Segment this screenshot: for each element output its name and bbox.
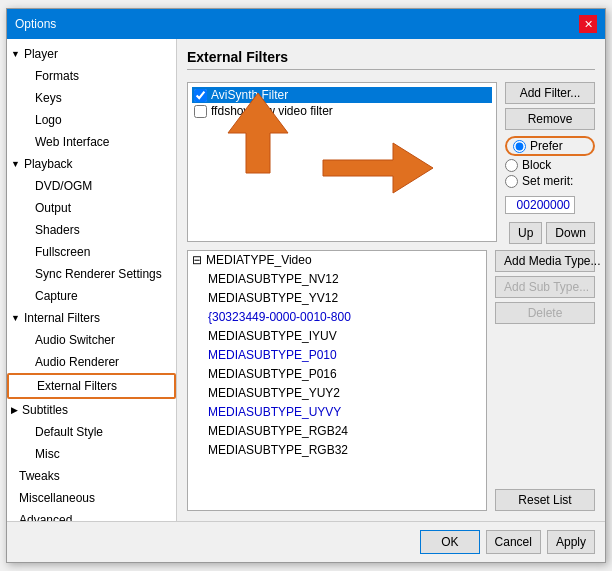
sidebar-item-label: Capture (35, 289, 78, 303)
sidebar-item-output[interactable]: Output (7, 197, 176, 219)
block-radio[interactable] (505, 159, 518, 172)
main-content: ▼PlayerFormatsKeysLogoWeb Interface▼Play… (7, 39, 605, 521)
media-controls: Add Media Type... Add Sub Type... Delete… (495, 250, 595, 511)
options-dialog: Options ✕ ▼PlayerFormatsKeysLogoWeb Inte… (6, 8, 606, 563)
svg-marker-1 (323, 143, 433, 193)
media-item[interactable]: MEDIASUBTYPE_NV12 (188, 270, 486, 289)
sidebar-item-misc-sub[interactable]: Misc (7, 443, 176, 465)
sidebar-item-audio-renderer[interactable]: Audio Renderer (7, 351, 176, 373)
media-item[interactable]: MEDIASUBTYPE_RGB32 (188, 441, 486, 460)
media-item[interactable]: MEDIASUBTYPE_YV12 (188, 289, 486, 308)
filter-avisynth[interactable]: AviSynth Filter (192, 87, 492, 103)
media-item[interactable]: MEDIASUBTYPE_P010 (188, 346, 486, 365)
avisynth-checkbox[interactable] (194, 89, 207, 102)
expand-icon: ⊟ (192, 252, 202, 269)
filters-area: AviSynth Filter ffdshow raw video filter… (187, 82, 595, 242)
avisynth-label: AviSynth Filter (211, 88, 288, 102)
media-item[interactable]: ⊟MEDIATYPE_Video (188, 251, 486, 270)
sidebar-item-label: Sync Renderer Settings (35, 267, 162, 281)
remove-button[interactable]: Remove (505, 108, 595, 130)
prefer-radio[interactable] (513, 140, 526, 153)
filter-list: AviSynth Filter ffdshow raw video filter (187, 82, 497, 242)
sidebar-item-internal-filters[interactable]: ▼Internal Filters (7, 307, 176, 329)
sidebar-item-label: Shaders (35, 223, 80, 237)
right-arrow-icon (318, 138, 438, 198)
add-media-type-button[interactable]: Add Media Type... (495, 250, 595, 272)
ffdshow-label: ffdshow raw video filter (211, 104, 333, 118)
block-radio-item: Block (505, 158, 595, 172)
sidebar-item-label: Misc (35, 447, 60, 461)
up-button[interactable]: Up (509, 222, 542, 244)
filter-controls: Add Filter... Remove Prefer Block (505, 82, 595, 242)
cancel-button[interactable]: Cancel (486, 530, 541, 554)
sidebar-item-keys[interactable]: Keys (7, 87, 176, 109)
sidebar-item-web-interface[interactable]: Web Interface (7, 131, 176, 153)
sidebar-item-player[interactable]: ▼Player (7, 43, 176, 65)
sidebar-item-miscellaneous[interactable]: Miscellaneous (7, 487, 176, 509)
right-panel: External Filters AviSynth Fil (177, 39, 605, 521)
up-down-row: Up Down (505, 222, 595, 244)
prefer-radio-container: Prefer (505, 136, 595, 156)
sidebar-item-subtitles[interactable]: ▶Subtitles (7, 399, 176, 421)
merit-value: 00200000 (505, 196, 575, 214)
sidebar-item-label: Output (35, 201, 71, 215)
expand-icon: ▼ (11, 155, 20, 173)
sidebar-item-label: External Filters (37, 379, 117, 393)
delete-button[interactable]: Delete (495, 302, 595, 324)
radio-group: Prefer Block Set merit: (505, 136, 595, 188)
sidebar-item-tweaks[interactable]: Tweaks (7, 465, 176, 487)
sidebar-item-default-style[interactable]: Default Style (7, 421, 176, 443)
media-item[interactable]: MEDIASUBTYPE_UYVY (188, 403, 486, 422)
sidebar-item-logo[interactable]: Logo (7, 109, 176, 131)
close-button[interactable]: ✕ (579, 15, 597, 33)
reset-list-button[interactable]: Reset List (495, 489, 595, 511)
sidebar-item-shaders[interactable]: Shaders (7, 219, 176, 241)
sidebar-item-playback[interactable]: ▼Playback (7, 153, 176, 175)
sidebar-item-label: Fullscreen (35, 245, 90, 259)
sidebar-item-fullscreen[interactable]: Fullscreen (7, 241, 176, 263)
sidebar-item-label: Playback (24, 155, 73, 173)
media-item[interactable]: MEDIASUBTYPE_YUY2 (188, 384, 486, 403)
sidebar-item-label: Subtitles (22, 401, 68, 419)
sidebar-item-label: Web Interface (35, 135, 109, 149)
sidebar-item-capture[interactable]: Capture (7, 285, 176, 307)
add-filter-button[interactable]: Add Filter... (505, 82, 595, 104)
sidebar-item-advanced[interactable]: Advanced (7, 509, 176, 521)
sidebar-item-label: Miscellaneous (19, 491, 95, 505)
sidebar-item-label: Advanced (19, 513, 72, 521)
set-merit-radio[interactable] (505, 175, 518, 188)
media-list: ⊟MEDIATYPE_VideoMEDIASUBTYPE_NV12MEDIASU… (187, 250, 487, 511)
set-merit-label: Set merit: (522, 174, 573, 188)
sidebar-item-label: Internal Filters (24, 309, 100, 327)
title-bar: Options ✕ (7, 9, 605, 39)
prefer-label: Prefer (530, 139, 563, 153)
apply-button[interactable]: Apply (547, 530, 595, 554)
sidebar-item-label: Formats (35, 69, 79, 83)
media-area: ⊟MEDIATYPE_VideoMEDIASUBTYPE_NV12MEDIASU… (187, 250, 595, 511)
set-merit-radio-item: Set merit: (505, 174, 595, 188)
media-item[interactable]: MEDIASUBTYPE_RGB24 (188, 422, 486, 441)
sidebar-item-label: Default Style (35, 425, 103, 439)
section-title: External Filters (187, 49, 595, 70)
media-item[interactable]: MEDIASUBTYPE_P016 (188, 365, 486, 384)
sidebar-item-dvd-ogm[interactable]: DVD/OGM (7, 175, 176, 197)
sidebar-item-sync-renderer[interactable]: Sync Renderer Settings (7, 263, 176, 285)
ffdshow-checkbox[interactable] (194, 105, 207, 118)
bottom-bar: OK Cancel Apply (7, 521, 605, 562)
add-sub-type-button[interactable]: Add Sub Type... (495, 276, 595, 298)
expand-icon: ▼ (11, 45, 20, 63)
media-item[interactable]: MEDIASUBTYPE_IYUV (188, 327, 486, 346)
sidebar: ▼PlayerFormatsKeysLogoWeb Interface▼Play… (7, 39, 177, 521)
sidebar-item-external-filters[interactable]: External Filters (7, 373, 176, 399)
filter-ffdshow[interactable]: ffdshow raw video filter (192, 103, 492, 119)
sidebar-item-formats[interactable]: Formats (7, 65, 176, 87)
block-label: Block (522, 158, 551, 172)
sidebar-item-label: Logo (35, 113, 62, 127)
sidebar-item-label: Keys (35, 91, 62, 105)
media-item[interactable]: {30323449-0000-0010-800 (188, 308, 486, 327)
dialog-title: Options (15, 17, 56, 31)
down-button[interactable]: Down (546, 222, 595, 244)
sidebar-item-audio-switcher[interactable]: Audio Switcher (7, 329, 176, 351)
ok-button[interactable]: OK (420, 530, 479, 554)
merit-row: 00200000 (505, 196, 595, 214)
